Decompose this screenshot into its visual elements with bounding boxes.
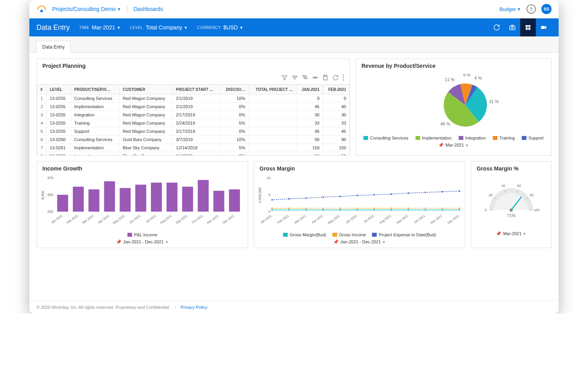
svg-rect-10 — [304, 78, 307, 79]
level-selector[interactable]: LEVELTotal Company▼ — [130, 24, 188, 31]
svg-text:11 %: 11 % — [445, 77, 455, 82]
grid-view-icon[interactable] — [520, 18, 536, 36]
caret-down-icon: ▼ — [117, 7, 121, 11]
svg-rect-12 — [324, 75, 326, 76]
panel-title: Project Planning — [37, 59, 350, 72]
caret-down-icon: ▼ — [517, 7, 521, 11]
svg-text:Sep 2021: Sep 2021 — [175, 214, 188, 225]
svg-point-13 — [343, 75, 344, 76]
svg-text:Aug 2021: Aug 2021 — [379, 214, 392, 225]
tab-data-entry[interactable]: Data Entry — [36, 41, 71, 53]
svg-text:46 %: 46 % — [440, 121, 450, 126]
svg-text:0: 0 — [269, 210, 270, 214]
svg-rect-29 — [89, 189, 100, 212]
insert-row-icon[interactable] — [292, 74, 298, 82]
avatar[interactable]: SS — [541, 4, 552, 14]
income-bar-chart: 825850875$,000Jan 2021Feb 2021Mar 2021Ap… — [41, 176, 245, 227]
legend-item: Consulting Services — [363, 136, 408, 140]
svg-rect-37 — [151, 183, 162, 212]
privacy-link[interactable]: Privacy Policy — [181, 305, 207, 310]
svg-text:5: 5 — [269, 193, 270, 197]
svg-text:Feb 2021: Feb 2021 — [66, 214, 79, 225]
revenue-panel: Revenue by Product/Service 31 %46 %11 %9… — [356, 58, 552, 156]
table-row[interactable]: 313-0255IntegrationRed Wagon Company2/17… — [37, 111, 350, 119]
svg-text:Apr 2021: Apr 2021 — [98, 214, 110, 224]
svg-rect-9 — [303, 76, 306, 77]
table-row[interactable]: 813-0261IntegrationBlue Sky Company1/4/2… — [37, 152, 350, 156]
svg-rect-5 — [526, 28, 528, 30]
svg-rect-25 — [57, 195, 68, 212]
table-row[interactable]: 513-0255SupportRed Wagon Company2/17/201… — [37, 127, 350, 136]
legend-item: Project Expense to Date(Bud) — [372, 232, 436, 237]
chart-range[interactable]: Jan-2021 - Dec-2021 — [123, 239, 163, 244]
chart-range[interactable]: Jan-2021 - Dec-2021 — [340, 239, 381, 244]
budget-selector[interactable]: Budget ▼ — [499, 6, 521, 12]
svg-text:825: 825 — [47, 210, 53, 214]
table-row[interactable]: 113-0255Consulting ServicesRed Wagon Com… — [37, 94, 350, 103]
gross-margin-pct-panel: Gross Margin % 02040608010071% 📌Mar-2021… — [471, 161, 552, 248]
svg-text:31 %: 31 % — [489, 99, 499, 104]
svg-rect-27 — [73, 187, 84, 212]
pin-icon[interactable]: 📌 — [116, 239, 122, 244]
filter-icon[interactable] — [281, 74, 288, 82]
svg-rect-35 — [135, 185, 146, 212]
svg-text:4 %: 4 % — [474, 76, 482, 80]
svg-text:875: 875 — [47, 176, 53, 180]
delete-row-icon[interactable] — [312, 74, 318, 82]
svg-text:Oct 2021: Oct 2021 — [191, 214, 204, 224]
legend-item: Implementation — [416, 136, 452, 140]
svg-text:Oct 2021: Oct 2021 — [413, 214, 426, 224]
svg-text:71%: 71% — [507, 213, 515, 218]
svg-text:20: 20 — [488, 193, 492, 197]
svg-rect-47 — [229, 189, 240, 212]
panel-title: Gross Margin % — [471, 161, 551, 176]
svg-text:Feb 2021: Feb 2021 — [277, 214, 290, 225]
svg-rect-8 — [293, 76, 297, 77]
table-row[interactable]: 413-0255TrainingRed Wagon Company2/24/20… — [37, 119, 350, 127]
breadcrumb-separator: | — [127, 6, 128, 12]
svg-rect-3 — [526, 25, 528, 27]
pin-icon[interactable]: 📌 — [438, 143, 444, 147]
pin-icon[interactable]: 📌 — [496, 231, 501, 236]
svg-text:Nov 2021: Nov 2021 — [206, 214, 220, 225]
chart-range[interactable]: Mar-2021 — [445, 143, 464, 147]
help-icon[interactable]: ? — [526, 4, 536, 14]
more-icon[interactable] — [343, 74, 344, 82]
table-row[interactable]: 213-0255ImplementationRed Wagon Company2… — [37, 103, 350, 111]
svg-rect-1 — [510, 26, 515, 30]
svg-rect-45 — [213, 191, 224, 212]
svg-text:#,000,000: #,000,000 — [258, 187, 262, 203]
currency-selector[interactable]: CURRENCY$USD▼ — [197, 24, 243, 31]
table-row[interactable]: 713-0261ImplementationBlue Sky Company12… — [37, 144, 350, 152]
time-selector[interactable]: TIMEMar-2021▼ — [79, 24, 121, 31]
legend-label: P&L Income — [134, 232, 158, 237]
refresh-icon[interactable] — [489, 18, 505, 36]
svg-rect-6 — [528, 28, 530, 30]
camera-icon[interactable] — [505, 18, 520, 36]
svg-text:Jul 2021: Jul 2021 — [363, 214, 375, 224]
refresh-icon[interactable] — [332, 74, 339, 82]
svg-text:0: 0 — [485, 208, 486, 212]
breadcrumb-dashboards[interactable]: Dashboards — [133, 6, 163, 12]
project-planning-table[interactable]: #LEVELPRODUCT/SERVI…CUSTOMERPROJECT STAR… — [37, 85, 350, 155]
copy-row-icon[interactable] — [302, 74, 308, 82]
svg-text:Dec 2021: Dec 2021 — [447, 214, 460, 225]
svg-text:Apr 2021: Apr 2021 — [311, 214, 324, 224]
table-row[interactable]: 613-0260Consulting ServicesGold Bars Com… — [37, 136, 350, 144]
svg-text:100: 100 — [534, 208, 539, 212]
svg-text:9 %: 9 % — [463, 74, 470, 77]
breadcrumb-project[interactable]: Projects/Consulting Demo ▼ — [52, 6, 121, 12]
save-icon[interactable] — [322, 74, 328, 82]
income-growth-panel: Income Growth 825850875$,000Jan 2021Feb … — [36, 161, 248, 248]
revenue-pie-chart: 31 %46 %11 %9 %4 % — [403, 74, 505, 132]
svg-text:$,000: $,000 — [41, 191, 45, 200]
svg-rect-33 — [120, 188, 131, 212]
gross-margin-line-chart: 0510#,000,000Jan 2021Feb 2021Mar 2021Apr… — [258, 176, 462, 227]
pin-icon[interactable]: 📌 — [333, 239, 339, 244]
svg-rect-7 — [541, 26, 544, 29]
svg-rect-39 — [167, 183, 178, 212]
video-icon[interactable] — [536, 18, 552, 36]
legend-item: Gross Income — [332, 232, 366, 237]
svg-text:850: 850 — [47, 193, 53, 197]
chart-range[interactable]: Mar-2021 — [503, 231, 521, 236]
